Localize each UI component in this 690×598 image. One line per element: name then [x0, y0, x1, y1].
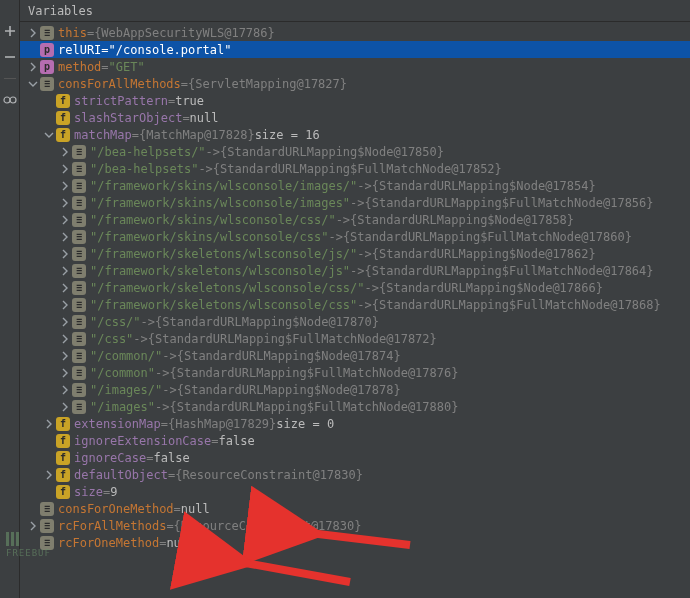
chevron-right-icon[interactable]	[58, 145, 72, 159]
value-icon: ≡	[72, 349, 86, 363]
variable-row[interactable]: ≡"/css/" -> {StandardURLMapping$Node@178…	[20, 313, 690, 330]
chevron-right-icon[interactable]	[26, 60, 40, 74]
chevron-right-icon[interactable]	[58, 196, 72, 210]
variable-name: matchMap	[74, 128, 132, 142]
chevron-right-icon[interactable]	[58, 179, 72, 193]
add-watch-icon[interactable]	[3, 24, 17, 38]
watermark: FREEBUF	[6, 532, 51, 558]
chevron-right-icon[interactable]	[58, 298, 72, 312]
field-icon: f	[56, 485, 70, 499]
chevron-right-icon[interactable]	[26, 519, 40, 533]
variable-value: {StandardURLMapping$FullMatchNode@17880}	[169, 400, 458, 414]
variable-row[interactable]: ≡"/images/" -> {StandardURLMapping$Node@…	[20, 381, 690, 398]
variable-value: "/console.portal"	[109, 43, 232, 57]
toolbar-gutter	[0, 0, 20, 598]
variable-row[interactable]: ≡"/css" -> {StandardURLMapping$FullMatch…	[20, 330, 690, 347]
variable-name: "/css"	[90, 332, 133, 346]
chevron-right-icon[interactable]	[58, 332, 72, 346]
variable-row[interactable]: ≡consForOneMethod = null	[20, 500, 690, 517]
variable-row[interactable]: ≡"/common/" -> {StandardURLMapping$Node@…	[20, 347, 690, 364]
equals-sign: ->	[365, 281, 379, 295]
variable-row[interactable]: fstrictPattern = true	[20, 92, 690, 109]
variable-row[interactable]: ≡"/framework/skins/wlsconsole/images" ->…	[20, 194, 690, 211]
variable-row[interactable]: ≡"/framework/skins/wlsconsole/css/" -> {…	[20, 211, 690, 228]
equals-sign: ->	[198, 162, 212, 176]
variable-row[interactable]: ≡"/framework/skeletons/wlsconsole/js/" -…	[20, 245, 690, 262]
value-icon: ≡	[40, 502, 54, 516]
chevron-right-icon[interactable]	[26, 26, 40, 40]
variable-row[interactable]: fmatchMap = {MatchMap@17828} size = 16	[20, 126, 690, 143]
chevron-right-icon[interactable]	[58, 264, 72, 278]
variable-row[interactable]: fignoreExtensionCase = false	[20, 432, 690, 449]
chevron-right-icon[interactable]	[58, 230, 72, 244]
glasses-icon[interactable]	[3, 93, 17, 107]
debug-tab-variables[interactable]: Variables	[20, 0, 690, 22]
variable-value: {ResourceConstraint@17830}	[175, 468, 363, 482]
variable-row[interactable]: fignoreCase = false	[20, 449, 690, 466]
variable-row[interactable]: ≡"/bea-helpsets" -> {StandardURLMapping$…	[20, 160, 690, 177]
variable-value: {StandardURLMapping$Node@17866}	[379, 281, 603, 295]
variable-value: {StandardURLMapping$FullMatchNode@17872}	[148, 332, 437, 346]
variable-value: {ResourceConstraint@17830}	[174, 519, 362, 533]
chevron-right-icon[interactable]	[58, 400, 72, 414]
equals-sign: ->	[357, 298, 371, 312]
remove-watch-icon[interactable]	[3, 50, 17, 64]
variable-row[interactable]: ≡"/framework/skins/wlsconsole/css" -> {S…	[20, 228, 690, 245]
variable-row[interactable]: ≡"/common" -> {StandardURLMapping$FullMa…	[20, 364, 690, 381]
variable-row[interactable]: ≡"/bea-helpsets/" -> {StandardURLMapping…	[20, 143, 690, 160]
variable-name: size	[74, 485, 103, 499]
chevron-right-icon[interactable]	[58, 366, 72, 380]
chevron-right-icon[interactable]	[42, 417, 56, 431]
equals-sign: ->	[357, 247, 371, 261]
variable-row[interactable]: ≡"/images" -> {StandardURLMapping$FullMa…	[20, 398, 690, 415]
chevron-right-icon[interactable]	[58, 315, 72, 329]
variable-name: "/framework/skeletons/wlsconsole/js"	[90, 264, 350, 278]
field-icon: f	[56, 451, 70, 465]
chevron-right-icon[interactable]	[58, 349, 72, 363]
value-icon: ≡	[72, 332, 86, 346]
variable-row[interactable]: ≡"/framework/skeletons/wlsconsole/css" -…	[20, 296, 690, 313]
variable-row[interactable]: fextensionMap = {HashMap@17829} size = 0	[20, 415, 690, 432]
variable-row[interactable]: fdefaultObject = {ResourceConstraint@178…	[20, 466, 690, 483]
gutter-separator	[4, 78, 16, 79]
value-icon: ≡	[72, 400, 86, 414]
variable-row[interactable]: ≡consForAllMethods = {ServletMapping@178…	[20, 75, 690, 92]
chevron-right-icon[interactable]	[58, 162, 72, 176]
chevron-right-icon[interactable]	[42, 468, 56, 482]
field-icon: f	[56, 128, 70, 142]
variable-row[interactable]: fslashStarObject = null	[20, 109, 690, 126]
chevron-right-icon[interactable]	[58, 383, 72, 397]
variable-value: {ServletMapping@17827}	[188, 77, 347, 91]
chevron-right-icon[interactable]	[58, 247, 72, 261]
equals-sign: ->	[206, 145, 220, 159]
variable-row[interactable]: fsize = 9	[20, 483, 690, 500]
variable-value: {WebAppSecurityWLS@17786}	[94, 26, 275, 40]
variable-value: null	[190, 111, 219, 125]
equals-sign: =	[161, 417, 168, 431]
chevron-down-icon[interactable]	[42, 128, 56, 142]
variable-name: "/framework/skins/wlsconsole/css"	[90, 230, 328, 244]
variable-name: "/bea-helpsets/"	[90, 145, 206, 159]
variable-row[interactable]: ≡"/framework/skeletons/wlsconsole/css/" …	[20, 279, 690, 296]
equals-sign: ->	[162, 349, 176, 363]
variable-row[interactable]: ≡"/framework/skeletons/wlsconsole/js" ->…	[20, 262, 690, 279]
variable-row[interactable]: ≡"/framework/skins/wlsconsole/images/" -…	[20, 177, 690, 194]
variables-tree[interactable]: ≡this = {WebAppSecurityWLS@17786}prelURI…	[20, 22, 690, 598]
variable-row[interactable]: ≡this = {WebAppSecurityWLS@17786}	[20, 24, 690, 41]
variable-row[interactable]: prelURI = "/console.portal"	[20, 41, 690, 58]
variable-name: "/images/"	[90, 383, 162, 397]
chevron-right-icon[interactable]	[58, 281, 72, 295]
value-icon: ≡	[72, 162, 86, 176]
variable-row[interactable]: ≡rcForAllMethods = {ResourceConstraint@1…	[20, 517, 690, 534]
variable-name: "/css/"	[90, 315, 141, 329]
chevron-down-icon[interactable]	[26, 77, 40, 91]
variable-name: ignoreExtensionCase	[74, 434, 211, 448]
variable-row[interactable]: ≡rcForOneMethod = null	[20, 534, 690, 551]
value-icon: ≡	[72, 383, 86, 397]
variable-row[interactable]: pmethod = "GET"	[20, 58, 690, 75]
variable-value: {StandardURLMapping$FullMatchNode@17856}	[365, 196, 654, 210]
equals-sign: =	[159, 536, 166, 550]
chevron-right-icon[interactable]	[58, 213, 72, 227]
value-icon: ≡	[72, 315, 86, 329]
value-icon: ≡	[72, 213, 86, 227]
